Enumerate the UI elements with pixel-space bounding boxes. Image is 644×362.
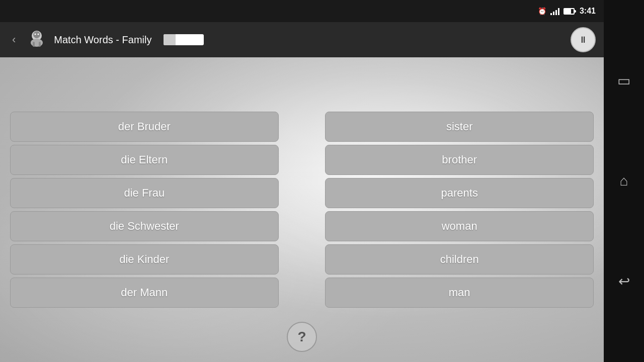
pause-button[interactable]: ⏸ [571, 27, 596, 52]
nav-home-icon[interactable]: ⌂ [620, 173, 628, 189]
svg-point-6 [38, 34, 39, 35]
english-word-btn[interactable]: man [325, 278, 594, 308]
time-display: 3:41 [580, 7, 596, 16]
english-word-btn[interactable]: brother [325, 145, 594, 175]
app-title: Match Words - Family [54, 34, 151, 46]
word-columns: der Bruderdie Elterndie Fraudie Schweste… [0, 107, 604, 313]
english-word-btn[interactable]: woman [325, 211, 594, 241]
alarm-icon: ⏰ [538, 7, 546, 15]
english-word-btn[interactable]: children [325, 244, 594, 275]
nav-back-icon[interactable]: ↩ [618, 273, 630, 290]
nav-bar: ▭ ⌂ ↩ [604, 0, 644, 362]
battery-icon [564, 8, 575, 15]
german-word-btn[interactable]: der Mann [10, 278, 279, 308]
help-button[interactable]: ? [287, 322, 317, 352]
german-word-btn[interactable]: die Schwester [10, 211, 279, 241]
app-icon [26, 29, 48, 51]
progress-bar-fill [164, 34, 176, 45]
game-area: der Bruderdie Elterndie Fraudie Schweste… [0, 57, 604, 362]
signal-icon [550, 7, 559, 15]
progress-bar [164, 34, 204, 45]
english-word-btn[interactable]: sister [325, 112, 594, 142]
left-column: der Bruderdie Elterndie Fraudie Schweste… [10, 112, 279, 308]
status-bar: ⏰ 3:41 [0, 0, 604, 22]
svg-rect-4 [39, 42, 41, 47]
german-word-btn[interactable]: die Eltern [10, 145, 279, 175]
svg-point-2 [31, 39, 43, 47]
english-word-btn[interactable]: parents [325, 178, 594, 208]
back-button[interactable]: ‹ [8, 31, 20, 48]
nav-rectangle-icon[interactable]: ▭ [617, 72, 630, 89]
top-bar: ‹ Match Words - Family ⏸ [0, 22, 604, 57]
svg-point-1 [33, 31, 40, 38]
right-column: sisterbrotherparentswomanchildrenman [325, 112, 594, 308]
svg-rect-3 [33, 42, 35, 47]
svg-point-5 [35, 34, 36, 35]
german-word-btn[interactable]: die Kinder [10, 244, 279, 275]
german-word-btn[interactable]: der Bruder [10, 112, 279, 142]
german-word-btn[interactable]: die Frau [10, 178, 279, 208]
